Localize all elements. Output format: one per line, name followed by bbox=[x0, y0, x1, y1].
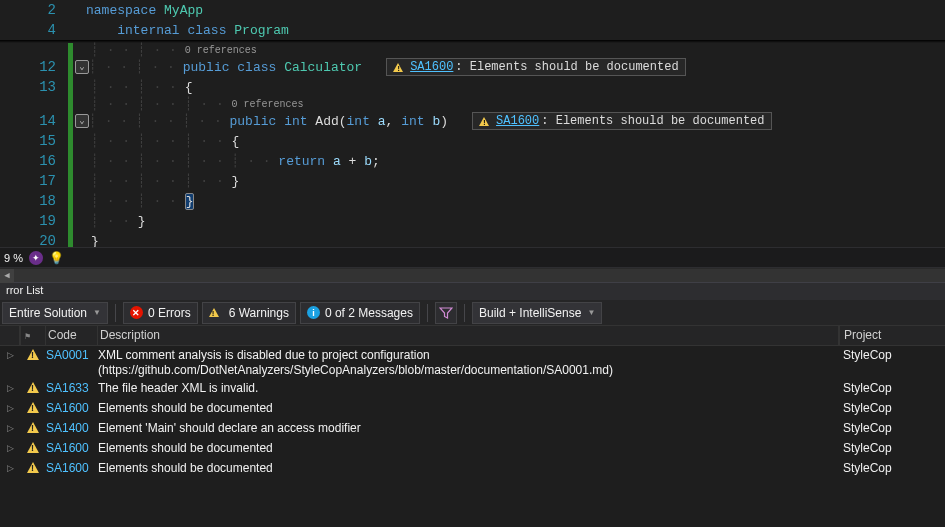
code-line[interactable]: 19┊ · · } bbox=[0, 211, 945, 231]
code-line[interactable]: 18┊ · · ┊ · · } bbox=[0, 191, 945, 211]
code-line[interactable]: 14⌄┊ · · ┊ · · ┊ · · public int Add(int … bbox=[0, 111, 945, 131]
error-row[interactable]: ▷ SA1633 The file header XML is invalid.… bbox=[0, 379, 945, 399]
rule-code[interactable]: SA1600 bbox=[46, 460, 98, 475]
scope-dropdown[interactable]: Entire Solution ▼ bbox=[2, 302, 108, 324]
rule-description: Element 'Main' should declare an access … bbox=[98, 420, 839, 436]
messages-count: 0 of 2 Messages bbox=[325, 306, 413, 320]
warning-icon bbox=[479, 117, 489, 126]
expand-toggle[interactable]: ▷ bbox=[0, 420, 20, 433]
column-code[interactable]: Code bbox=[46, 326, 98, 345]
code-line[interactable]: 13┊ · · ┊ · · { bbox=[0, 77, 945, 97]
project-name: StyleCop bbox=[839, 440, 945, 455]
project-name: StyleCop bbox=[839, 460, 945, 475]
inline-warning[interactable]: SA1600: Elements should be documented bbox=[386, 58, 685, 76]
column-description[interactable]: Description bbox=[98, 326, 839, 345]
warning-icon bbox=[27, 442, 39, 453]
scroll-left-arrow[interactable]: ◀ bbox=[0, 269, 14, 283]
error-list-header: ⚑ Code Description Project bbox=[0, 326, 945, 346]
warning-icon bbox=[27, 349, 39, 360]
code-line[interactable]: 4 internal class Program bbox=[0, 20, 945, 40]
fold-toggle[interactable]: ⌄ bbox=[75, 114, 89, 128]
info-icon: i bbox=[307, 306, 320, 319]
warnings-filter[interactable]: 6 Warnings bbox=[202, 302, 296, 324]
chevron-down-icon: ▼ bbox=[587, 308, 595, 317]
rule-description: XML comment analysis is disabled due to … bbox=[98, 347, 839, 378]
code-line[interactable]: 2namespace MyApp bbox=[0, 0, 945, 20]
code-line[interactable]: 16┊ · · ┊ · · ┊ · · ┊ · · return a + b; bbox=[0, 151, 945, 171]
expand-toggle[interactable]: ▷ bbox=[0, 380, 20, 393]
rule-description: Elements should be documented bbox=[98, 400, 839, 416]
rule-description: Elements should be documented bbox=[98, 440, 839, 456]
warnings-count: 6 Warnings bbox=[229, 306, 289, 320]
error-row[interactable]: ▷ SA1400 Element 'Main' should declare a… bbox=[0, 419, 945, 439]
lightbulb-icon[interactable]: 💡 bbox=[49, 251, 64, 265]
rule-description: The file header XML is invalid. bbox=[98, 380, 839, 396]
build-mode-label: Build + IntelliSense bbox=[479, 306, 581, 320]
project-name: StyleCop bbox=[839, 380, 945, 395]
error-row[interactable]: ▷ SA1600 Elements should be documented S… bbox=[0, 399, 945, 419]
project-name: StyleCop bbox=[839, 347, 945, 362]
column-project[interactable]: Project bbox=[839, 326, 945, 345]
code-line[interactable]: 17┊ · · ┊ · · ┊ · · } bbox=[0, 171, 945, 191]
category-flag-icon: ⚑ bbox=[21, 332, 31, 341]
rule-code[interactable]: SA1400 bbox=[46, 420, 98, 435]
fold-toggle[interactable]: ⌄ bbox=[75, 60, 89, 74]
error-list-toolbar: Entire Solution ▼ ✕ 0 Errors 6 Warnings … bbox=[0, 300, 945, 326]
project-name: StyleCop bbox=[839, 420, 945, 435]
rule-code[interactable]: SA0001 bbox=[46, 347, 98, 362]
warning-icon bbox=[393, 63, 403, 72]
errors-filter[interactable]: ✕ 0 Errors bbox=[123, 302, 198, 324]
filter-button[interactable] bbox=[435, 302, 457, 324]
warning-icon bbox=[27, 462, 39, 473]
error-list-title: rror List bbox=[0, 282, 945, 300]
error-icon: ✕ bbox=[130, 306, 143, 319]
project-name: StyleCop bbox=[839, 400, 945, 415]
build-mode-dropdown[interactable]: Build + IntelliSense ▼ bbox=[472, 302, 602, 324]
editor-status-bar: 9 % ✦ 💡 bbox=[0, 247, 945, 268]
rule-code[interactable]: SA1600 bbox=[46, 440, 98, 455]
expand-toggle[interactable]: ▷ bbox=[0, 440, 20, 453]
rule-link[interactable]: SA1600 bbox=[410, 60, 453, 74]
messages-filter[interactable]: i 0 of 2 Messages bbox=[300, 302, 420, 324]
rule-code[interactable]: SA1633 bbox=[46, 380, 98, 395]
expand-toggle[interactable]: ▷ bbox=[0, 460, 20, 473]
inline-warning[interactable]: SA1600: Elements should be documented bbox=[472, 112, 771, 130]
error-list: ▷ SA0001 XML comment analysis is disable… bbox=[0, 346, 945, 479]
code-line[interactable]: 12⌄┊ · · ┊ · · public class CalculatorSA… bbox=[0, 57, 945, 77]
scope-label: Entire Solution bbox=[9, 306, 87, 320]
expand-toggle[interactable]: ▷ bbox=[0, 347, 20, 360]
warning-icon bbox=[27, 382, 39, 393]
code-editor[interactable]: 2namespace MyApp4 internal class Program… bbox=[0, 0, 945, 247]
no-issues-icon[interactable]: ✦ bbox=[29, 251, 43, 265]
warning-icon bbox=[27, 402, 39, 413]
zoom-level[interactable]: 9 % bbox=[4, 252, 23, 264]
errors-count: 0 Errors bbox=[148, 306, 191, 320]
warning-icon bbox=[27, 422, 39, 433]
rule-description: Elements should be documented bbox=[98, 460, 839, 476]
rule-code[interactable]: SA1600 bbox=[46, 400, 98, 415]
error-row[interactable]: ▷ SA1600 Elements should be documented S… bbox=[0, 439, 945, 459]
error-row[interactable]: ▷ SA1600 Elements should be documented S… bbox=[0, 459, 945, 479]
code-line[interactable]: 15┊ · · ┊ · · ┊ · · { bbox=[0, 131, 945, 151]
warning-icon bbox=[209, 308, 219, 317]
error-row[interactable]: ▷ SA0001 XML comment analysis is disable… bbox=[0, 346, 945, 379]
horizontal-scrollbar[interactable]: ◀ bbox=[0, 268, 945, 282]
code-line[interactable]: 20} bbox=[0, 231, 945, 247]
chevron-down-icon: ▼ bbox=[93, 308, 101, 317]
rule-link[interactable]: SA1600 bbox=[496, 114, 539, 128]
expand-toggle[interactable]: ▷ bbox=[0, 400, 20, 413]
